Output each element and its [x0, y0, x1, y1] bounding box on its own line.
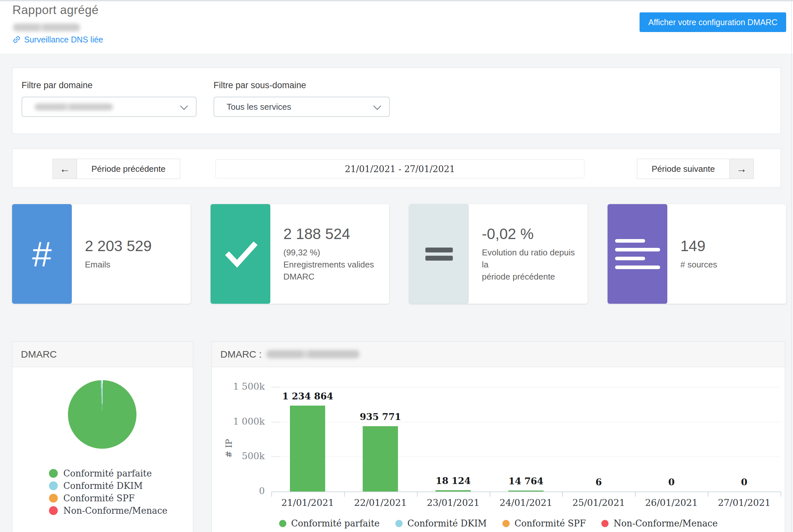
bar-value-label: 0 [668, 477, 675, 488]
x-axis-tick [635, 492, 636, 497]
legend-dot-icon [49, 494, 58, 502]
legend-item[interactable]: Conformité SPF [502, 518, 586, 528]
bar [290, 405, 325, 492]
bar-value-label: 1 234 864 [282, 391, 333, 402]
bar-column: 1 234 864 [271, 387, 344, 492]
top-bar: Rapport agrégé Surveillance DNS liée Aff… [0, 0, 793, 54]
x-tick-label: 23/01/2021 [417, 497, 490, 508]
bar-column: 6 [562, 387, 635, 492]
x-axis-tick [490, 492, 490, 497]
next-period-group: Période suivante → [637, 159, 754, 179]
legend-item[interactable]: Non-Conforme/Menace [49, 504, 168, 517]
legend-label: Non-Conforme/Menace [614, 518, 718, 528]
legend-item[interactable]: Conformité parfaite [279, 518, 380, 528]
domain-filter-label: Filtre par domaine [22, 80, 93, 91]
bar-value-label: 935 771 [360, 412, 401, 422]
dmarc-pie [68, 380, 136, 449]
x-axis-tick [708, 492, 709, 497]
arrow-left-icon[interactable]: ← [53, 159, 77, 179]
bar-column: 14 764 [490, 387, 562, 492]
period-panel: ← Période précédente 21/01/2021 - 27/01/… [12, 149, 781, 188]
legend-dot-icon [49, 481, 58, 490]
stat-value: 2 203 529 [85, 237, 187, 255]
x-tick-label: 27/01/2021 [708, 497, 780, 508]
y-tick-label: 500k [226, 451, 265, 461]
list-icon [607, 204, 667, 304]
x-axis-tick [271, 492, 272, 497]
y-tick-label: 1 000k [226, 416, 265, 427]
link-icon [10, 33, 23, 46]
subdomain-filter-value: Tous les services [227, 102, 291, 112]
pie-card-title: DMARC [21, 349, 57, 360]
page-title: Rapport agrégé [13, 3, 99, 17]
redacted-domain-value [35, 103, 113, 110]
legend-label: Conformité parfaite [291, 518, 380, 528]
legend-dot-icon [49, 506, 58, 515]
stat-value: 2 188 524 [283, 225, 385, 243]
subdomain-filter-select[interactable]: Tous les services [213, 97, 390, 117]
legend-dot-icon [395, 520, 403, 527]
x-axis-tick [780, 492, 781, 497]
legend-dot-icon [49, 469, 58, 478]
redacted-domain-chart-title [266, 350, 360, 358]
bar-column: 18 124 [417, 387, 490, 492]
arrow-right-icon[interactable]: → [730, 159, 754, 179]
domain-filter-select[interactable] [22, 97, 196, 117]
y-tick-label: 0 [226, 486, 265, 496]
filters-panel: Filtre par domaine Filtre par sous-domai… [12, 68, 781, 134]
legend-label: Non-Conforme/Menace [63, 506, 168, 516]
legend-item[interactable]: Conformité parfaite [49, 467, 168, 479]
bar-value-label: 0 [741, 477, 747, 488]
x-axis-line [271, 492, 780, 492]
redacted-domain-subtitle [13, 23, 80, 31]
legend-label: Conformité SPF [515, 518, 586, 528]
x-axis-tick [562, 492, 563, 497]
stat-label: # sources [680, 259, 782, 271]
x-tick-label: 26/01/2021 [635, 497, 708, 508]
pie-legend: Conformité parfaiteConformité DKIMConfor… [49, 467, 168, 517]
show-dmarc-config-button[interactable]: Afficher votre configuration DMARC [640, 13, 786, 32]
legend-item[interactable]: Non-Conforme/Menace [601, 518, 718, 528]
date-range-input[interactable]: 21/01/2021 - 27/01/2021 [215, 159, 584, 178]
stat-label: (99,32 %)Enregistrements validesDMARC [283, 247, 385, 283]
x-axis-tick [344, 492, 345, 497]
legend-item[interactable]: Conformité DKIM [395, 518, 487, 528]
legend-label: Conformité parfaite [63, 468, 152, 478]
stat-value: 149 [680, 237, 782, 255]
dns-monitoring-link[interactable]: Surveillance DNS liée [12, 34, 103, 45]
stat-card-sources: 149 # sources [607, 204, 786, 304]
dmarc-pie-card: DMARC Conformité parfaiteConformité DKIM… [12, 341, 193, 532]
dmarc-bar-card: DMARC : # IP 0500k1 000k1 500k 1 234 864… [212, 341, 785, 532]
legend-dot-icon [279, 520, 286, 527]
dns-monitoring-label: Surveillance DNS liée [24, 35, 103, 44]
chevron-down-icon [373, 102, 381, 110]
legend-label: Conformité DKIM [407, 518, 487, 528]
bar-card-title: DMARC : [220, 349, 262, 360]
bar-chart-legend: Conformité parfaiteConformité DKIMConfor… [212, 518, 785, 528]
chevron-down-icon [180, 102, 188, 110]
x-tick-label: 24/01/2021 [490, 497, 562, 508]
previous-period-button[interactable]: Période précédente [77, 159, 180, 179]
plot-area: 1 234 864935 77118 12414 764600 [271, 387, 780, 492]
stat-value: -0,02 % [482, 225, 584, 243]
legend-label: Conformité DKIM [63, 481, 143, 491]
x-axis-tick [417, 492, 418, 497]
bar-column: 0 [708, 387, 780, 492]
previous-period-group: ← Période précédente [53, 159, 180, 179]
x-tick-label: 22/01/2021 [344, 497, 417, 508]
stat-card-ratio-evolution: -0,02 % Evolution du ratio depuis lapéri… [409, 204, 588, 304]
next-period-button[interactable]: Période suivante [637, 159, 730, 179]
legend-item[interactable]: Conformité SPF [49, 492, 168, 504]
bar-value-label: 18 124 [436, 475, 471, 486]
stat-card-valid-dmarc: 2 188 524 (99,32 %)Enregistrements valid… [211, 204, 389, 304]
legend-item[interactable]: Conformité DKIM [49, 479, 168, 492]
y-tick-label: 1 500k [226, 381, 265, 392]
equals-icon [409, 204, 469, 304]
legend-dot-icon [502, 520, 510, 527]
subdomain-filter-label: Filtre par sous-domaine [213, 80, 306, 91]
bar-value-label: 6 [596, 477, 602, 488]
bar-chart: # IP 0500k1 000k1 500k 1 234 864935 7711… [212, 367, 785, 532]
stat-label: Evolution du ratio depuis lapériode préc… [482, 247, 584, 283]
x-tick-label: 25/01/2021 [562, 497, 635, 508]
stat-card-emails: # 2 203 529 Emails [12, 204, 191, 304]
